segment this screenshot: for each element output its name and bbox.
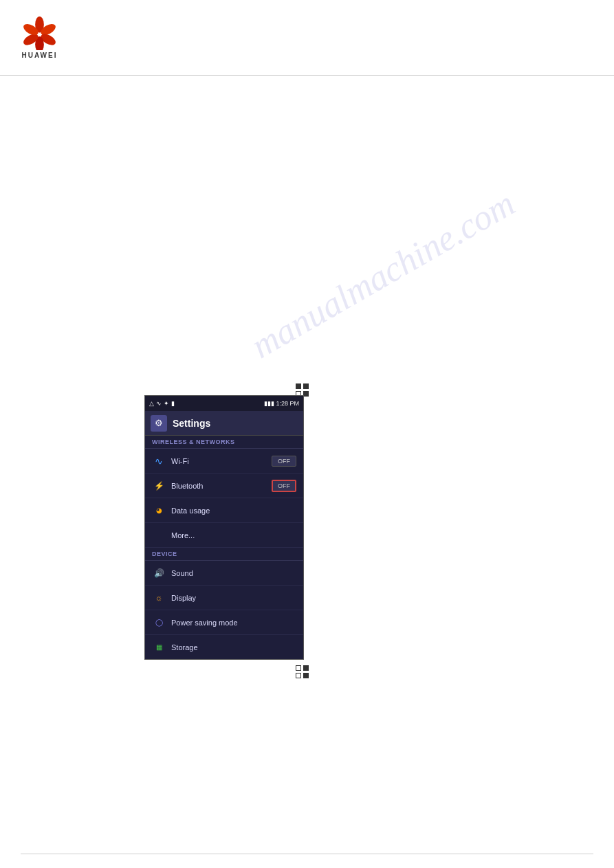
- bluetooth-label: Bluetooth: [171, 482, 272, 490]
- more-label: More...: [171, 531, 296, 539]
- status-time: 1:28 PM: [276, 400, 299, 407]
- dot-1: [296, 383, 301, 389]
- settings-item-bluetooth[interactable]: ⚡ Bluetooth OFF: [145, 474, 303, 498]
- display-icon: ☼: [152, 591, 166, 605]
- data-usage-icon: ◕: [152, 504, 166, 518]
- status-signal-bars: ▮▮▮: [264, 400, 274, 407]
- settings-item-wifi[interactable]: ∿ Wi-Fi OFF: [145, 449, 303, 474]
- power-saving-icon: ◯: [152, 616, 166, 630]
- huawei-logo-text: HUAWEI: [22, 52, 58, 59]
- page-header: HUAWEI: [0, 0, 614, 76]
- display-label: Display: [171, 594, 296, 602]
- phone-screenshot: △ ∿ ✦ ▮ ▮▮▮ 1:28 PM ⚙ Settings WIRELESS …: [144, 395, 304, 660]
- settings-title: Settings: [173, 418, 210, 429]
- section-header-device: DEVICE: [145, 548, 303, 561]
- settings-item-power-saving[interactable]: ◯ Power saving mode: [145, 610, 303, 635]
- settings-item-sound[interactable]: 🔊 Sound: [145, 561, 303, 586]
- dot-b4: [303, 673, 309, 678]
- dot-b3: [296, 673, 301, 678]
- settings-gear-icon: ⚙: [155, 418, 163, 428]
- sound-icon: 🔊: [152, 566, 166, 580]
- storage-icon: ▦: [152, 641, 166, 654]
- storage-label: Storage: [171, 643, 296, 652]
- dot-b1: [296, 665, 301, 671]
- wifi-label: Wi-Fi: [171, 457, 272, 465]
- dot-b2: [303, 665, 309, 671]
- more-placeholder-icon: [152, 528, 166, 542]
- huawei-logo-icon: [21, 16, 58, 50]
- dot-4: [303, 391, 309, 397]
- status-signal-icon: △: [149, 400, 154, 407]
- settings-item-more[interactable]: More...: [145, 523, 303, 548]
- watermark: manualmachine.com: [244, 183, 521, 366]
- status-usb-icon: ✦: [164, 400, 169, 407]
- power-saving-label: Power saving mode: [171, 619, 296, 627]
- section-header-wireless: WIRELESS & NETWORKS: [145, 436, 303, 449]
- footer-divider: [21, 854, 593, 854]
- settings-item-data-usage[interactable]: ◕ Data usage: [145, 498, 303, 523]
- settings-icon-box: ⚙: [151, 415, 167, 432]
- settings-item-storage[interactable]: ▦ Storage: [145, 635, 303, 660]
- status-icons-left: △ ∿ ✦ ▮: [149, 400, 175, 407]
- huawei-logo: HUAWEI: [21, 16, 58, 59]
- bluetooth-icon: ⚡: [152, 479, 166, 493]
- dot-2: [303, 383, 309, 389]
- corner-annotation-bottom: [296, 665, 309, 678]
- sound-label: Sound: [171, 569, 296, 577]
- settings-item-display[interactable]: ☼ Display: [145, 586, 303, 610]
- settings-title-bar: ⚙ Settings: [145, 411, 303, 436]
- data-usage-label: Data usage: [171, 507, 296, 515]
- status-icons-right: ▮▮▮ 1:28 PM: [264, 400, 299, 407]
- status-sim-icon: ▮: [171, 400, 175, 407]
- settings-list: WIRELESS & NETWORKS ∿ Wi-Fi OFF ⚡ Blueto…: [145, 436, 303, 660]
- status-bar: △ ∿ ✦ ▮ ▮▮▮ 1:28 PM: [145, 396, 303, 411]
- bluetooth-toggle[interactable]: OFF: [272, 480, 296, 492]
- wifi-toggle[interactable]: OFF: [272, 456, 296, 467]
- wifi-icon: ∿: [152, 454, 166, 468]
- status-wifi-icon: ∿: [156, 400, 162, 407]
